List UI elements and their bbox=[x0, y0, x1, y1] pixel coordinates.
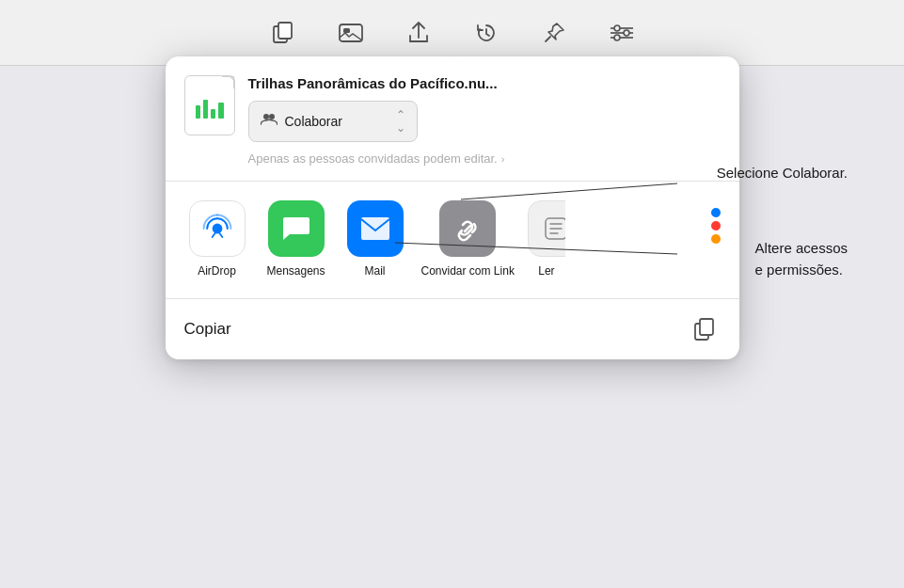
copy-icon bbox=[690, 314, 721, 344]
media-toolbar-icon[interactable] bbox=[336, 18, 366, 48]
annotation-collaborate: Selecione Colaborar. bbox=[717, 165, 848, 181]
mail-share-item[interactable]: Mail bbox=[342, 200, 408, 279]
chevron-up-down-icon: ⌃⌄ bbox=[396, 108, 405, 135]
file-section: Trilhas Panorâmicas do Pacífico.nu... Co… bbox=[166, 56, 739, 182]
copy-toolbar-icon[interactable] bbox=[268, 18, 298, 48]
permissions-text[interactable]: Apenas as pessoas convidadas podem edita… bbox=[248, 151, 721, 166]
copy-button[interactable]: Copiar bbox=[166, 299, 739, 359]
share-icons-row: AirDrop Mensagens Mai bbox=[184, 200, 706, 279]
airdrop-share-item[interactable]: AirDrop bbox=[184, 200, 250, 279]
partial-share-item[interactable]: Ler bbox=[528, 200, 565, 279]
annotation-collaborate-text: Selecione Colaborar. bbox=[717, 165, 848, 181]
airdrop-icon bbox=[189, 200, 246, 257]
svg-point-4 bbox=[614, 25, 620, 31]
mail-label: Mail bbox=[364, 264, 385, 279]
svg-point-5 bbox=[624, 30, 629, 36]
mail-icon bbox=[347, 200, 404, 257]
svg-point-13 bbox=[263, 114, 269, 119]
airdrop-label: AirDrop bbox=[198, 264, 236, 279]
copy-label: Copiar bbox=[184, 320, 231, 339]
dot-orange bbox=[711, 234, 721, 244]
partial-icon bbox=[528, 200, 565, 257]
collaborate-label: Colaborar bbox=[285, 114, 389, 129]
dots-container bbox=[711, 200, 721, 244]
share-panel: Trilhas Panorâmicas do Pacífico.nu... Co… bbox=[166, 56, 739, 359]
partial-label: Ler bbox=[538, 264, 554, 279]
svg-rect-1 bbox=[278, 23, 292, 39]
collaborate-people-icon bbox=[261, 113, 278, 130]
share-section: AirDrop Mensagens Mai bbox=[166, 182, 739, 299]
dot-blue bbox=[711, 208, 721, 217]
permissions-label: Apenas as pessoas convidadas podem edita… bbox=[248, 151, 498, 166]
messages-share-item[interactable]: Mensagens bbox=[263, 200, 329, 279]
copylink-icon bbox=[439, 200, 496, 257]
svg-point-6 bbox=[614, 35, 620, 40]
filter-toolbar-icon[interactable] bbox=[607, 18, 637, 48]
svg-rect-16 bbox=[361, 217, 389, 240]
partial-icon-container bbox=[528, 200, 565, 257]
svg-point-15 bbox=[212, 224, 222, 234]
file-title: Trilhas Panorâmicas do Pacífico.nu... bbox=[248, 75, 721, 91]
messages-icon bbox=[268, 200, 325, 257]
svg-rect-19 bbox=[700, 319, 713, 335]
chart-icon bbox=[196, 92, 224, 119]
history-toolbar-icon[interactable] bbox=[471, 18, 501, 48]
dot-red bbox=[711, 221, 721, 230]
file-icon bbox=[184, 75, 235, 135]
permissions-chevron-icon: › bbox=[501, 153, 505, 165]
copylink-share-item[interactable]: Convidar com Link bbox=[421, 200, 515, 279]
pin-toolbar-icon[interactable] bbox=[539, 18, 569, 48]
collaborate-dropdown[interactable]: Colaborar ⌃⌄ bbox=[248, 101, 418, 142]
svg-rect-3 bbox=[343, 28, 350, 33]
copylink-label: Convidar com Link bbox=[421, 264, 515, 279]
svg-point-14 bbox=[269, 114, 275, 119]
annotation-permissions: Altere acessose permissões. bbox=[755, 238, 848, 280]
share-toolbar-icon[interactable] bbox=[404, 18, 434, 48]
file-info: Trilhas Panorâmicas do Pacífico.nu... Co… bbox=[248, 75, 721, 166]
messages-label: Mensagens bbox=[266, 264, 325, 279]
